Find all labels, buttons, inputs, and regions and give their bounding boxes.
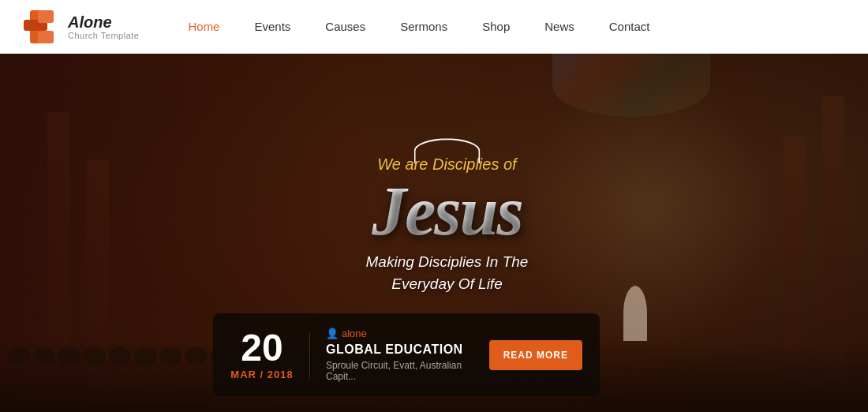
hero-subtitle: We are Disciplies of xyxy=(366,155,529,174)
nav-link-home[interactable]: Home xyxy=(170,0,237,54)
nav-item-home[interactable]: Home xyxy=(170,0,237,54)
hero-desc-line1: Making Disciplies In The xyxy=(366,253,529,270)
head-1 xyxy=(8,347,30,365)
event-divider xyxy=(309,331,310,379)
navbar: Alone Church Template Home Events Causes… xyxy=(0,0,868,54)
nav-item-shop[interactable]: Shop xyxy=(465,0,527,54)
event-author: 👤 alone xyxy=(326,328,473,339)
head-4 xyxy=(84,347,106,365)
site-name: Alone xyxy=(68,13,139,31)
logo-text: Alone Church Template xyxy=(68,13,139,40)
hero-title: Jesus xyxy=(366,178,529,245)
nav-link-events[interactable]: Events xyxy=(237,0,308,54)
nav-links: Home Events Causes Sermons Shop News Con… xyxy=(170,0,844,54)
head-2 xyxy=(33,347,55,365)
nav-item-sermons[interactable]: Sermons xyxy=(383,0,465,54)
event-card: 20 MAR / 2018 👤 alone GLOBAL EDUCATION S… xyxy=(213,313,600,396)
hero-content: We are Disciplies of Jesus Making Discip… xyxy=(366,155,529,296)
event-month-year: MAR / 2018 xyxy=(230,369,294,380)
hero-section: We are Disciplies of Jesus Making Discip… xyxy=(0,54,868,412)
nav-link-contact[interactable]: Contact xyxy=(592,0,668,54)
nav-link-causes[interactable]: Causes xyxy=(308,0,383,54)
event-location: Sproule Circuit, Evatt, Australian Capit… xyxy=(326,360,473,382)
logo-icon xyxy=(24,9,60,45)
user-icon: 👤 xyxy=(326,328,339,339)
event-day: 20 xyxy=(230,329,294,367)
nav-link-news[interactable]: News xyxy=(527,0,592,54)
nav-item-contact[interactable]: Contact xyxy=(592,0,668,54)
nav-item-news[interactable]: News xyxy=(527,0,592,54)
svg-rect-3 xyxy=(38,31,54,43)
nav-link-shop[interactable]: Shop xyxy=(465,0,527,54)
hero-description: Making Disciplies In The Everyday Of Lif… xyxy=(366,251,529,296)
priest-figure xyxy=(623,286,647,341)
nav-item-causes[interactable]: Causes xyxy=(308,0,383,54)
hero-desc-line2: Everyday Of Life xyxy=(391,275,502,292)
event-info: 👤 alone GLOBAL EDUCATION Sproule Circuit… xyxy=(326,328,473,382)
svg-rect-2 xyxy=(38,10,54,23)
read-more-button[interactable]: READ MORE xyxy=(489,340,582,370)
head-5 xyxy=(109,347,131,365)
head-3 xyxy=(58,347,80,365)
head-7 xyxy=(159,347,181,365)
event-author-name: alone xyxy=(342,328,367,339)
site-tagline: Church Template xyxy=(68,31,139,40)
event-date: 20 MAR / 2018 xyxy=(230,329,294,380)
logo-link[interactable]: Alone Church Template xyxy=(24,9,139,45)
event-title: GLOBAL EDUCATION xyxy=(326,343,473,357)
nav-link-sermons[interactable]: Sermons xyxy=(383,0,465,54)
head-8 xyxy=(185,347,207,365)
nav-item-events[interactable]: Events xyxy=(237,0,308,54)
head-6 xyxy=(134,347,156,365)
